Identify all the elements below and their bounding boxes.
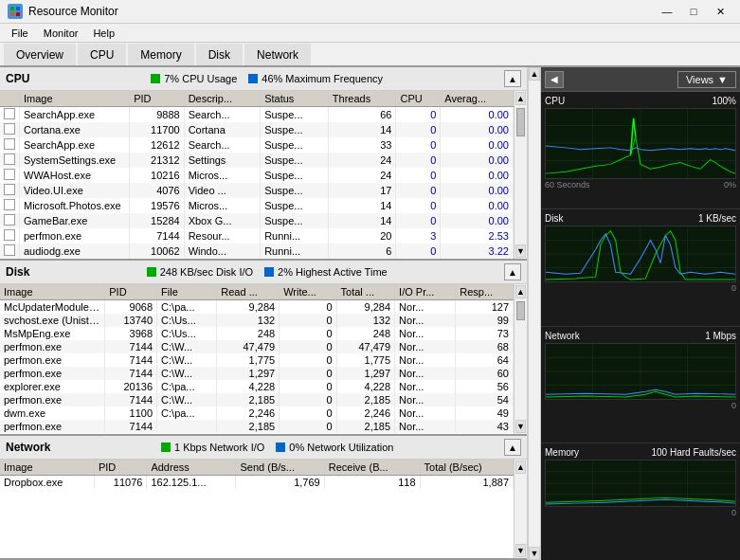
cpu-scrollbar[interactable]: ▲ ▼ [514,91,527,259]
row-pid: 12612 [130,137,184,153]
table-row[interactable]: SearchApp.exe 12612 Search... Suspe... 3… [0,137,514,153]
right-expand-button[interactable]: ◀ [545,71,564,88]
row-checkbox[interactable] [0,153,20,168]
row-checkbox[interactable] [0,183,20,198]
cpu-stat2: 46% Maximum Frequency [248,73,383,84]
menu-help[interactable]: Help [85,26,122,41]
table-row[interactable]: perfmon.exe 7144 C:\W... 1,297 0 1,297 N… [0,367,514,380]
disk-expand-button[interactable]: ▲ [504,263,521,280]
row-pid: 7144 [105,420,157,433]
tab-overview[interactable]: Overview [4,44,76,65]
cpu-col-threads[interactable]: Threads [328,91,396,107]
table-row[interactable]: audiodg.exe 10062 Windo... Runni... 6 0 … [0,244,514,259]
net-col-send[interactable]: Send (B/s... [236,460,324,476]
cpu-col-pid[interactable]: PID [130,91,184,107]
row-checkbox[interactable] [0,122,20,137]
row-checkbox[interactable] [0,198,20,213]
row-file: C:\pa... [157,406,217,420]
row-checkbox[interactable] [0,168,20,183]
row-write: 0 [280,340,336,353]
tab-memory[interactable]: Memory [128,44,193,65]
row-desc: Micros... [184,198,261,213]
menu-file[interactable]: File [4,26,36,41]
table-row[interactable]: Dropbox.exe 11076 162.125.1... 1,769 118… [0,476,514,490]
row-checkbox[interactable] [0,137,20,153]
row-resp: 49 [456,406,514,420]
table-row[interactable]: MsMpEng.exe 3968 C:\Us... 248 0 248 Nor.… [0,327,514,340]
net-col-total[interactable]: Total (B/sec) [420,460,513,476]
row-image: Video.UI.exe [20,183,130,198]
disk-col-pid[interactable]: PID [105,284,157,300]
disk-col-total[interactable]: Total ... [336,284,395,300]
maximize-button[interactable]: □ [681,2,706,21]
table-row[interactable]: explorer.exe 20136 C:\pa... 4,228 0 4,22… [0,380,514,393]
table-row[interactable]: GameBar.exe 15284 Xbox G... Suspe... 14 … [0,213,514,228]
cpu-col-check[interactable] [0,91,20,107]
table-row[interactable]: perfmon.exe 7144 Resour... Runni... 20 3… [0,228,514,244]
table-row[interactable]: perfmon.exe 7144 2,185 0 2,185 Nor... 43 [0,420,514,433]
row-threads: 24 [328,153,396,168]
row-checkbox[interactable] [0,244,20,259]
disk-col-file[interactable]: File [157,284,217,300]
cpu-col-desc[interactable]: Descrip... [184,91,261,107]
table-row[interactable]: WWAHost.exe 10216 Micros... Suspe... 24 … [0,168,514,183]
row-cpu: 0 [396,153,441,168]
network-expand-button[interactable]: ▲ [504,439,521,456]
disk-col-read[interactable]: Read ... [217,284,280,300]
table-row[interactable]: svchost.exe (UnistackSvcGroup) 13740 C:\… [0,314,514,327]
row-desc: Search... [184,107,261,123]
cpu-col-avg[interactable]: Averag... [441,91,514,107]
row-file: C:\pa... [157,380,217,393]
row-write: 0 [280,300,336,315]
disk-col-image[interactable]: Image [0,284,105,300]
table-row[interactable]: Microsoft.Photos.exe 19576 Micros... Sus… [0,198,514,213]
table-row[interactable]: Cortana.exe 11700 Cortana Suspe... 14 0 … [0,122,514,137]
table-row[interactable]: perfmon.exe 7144 C:\W... 1,775 0 1,775 N… [0,353,514,367]
tab-network[interactable]: Network [244,44,311,65]
disk-col-iopri[interactable]: I/O Pr... [395,284,456,300]
cpu-graph-section: CPU 100% [541,92,740,209]
table-row[interactable]: perfmon.exe 7144 C:\W... 2,185 0 2,185 N… [0,393,514,406]
disk-col-resp[interactable]: Resp... [456,284,514,300]
tab-cpu[interactable]: CPU [78,44,126,65]
cpu-col-cpu[interactable]: CPU [396,91,441,107]
row-threads: 17 [328,183,396,198]
main-scrollbar[interactable]: ▲ ▼ [528,67,541,560]
close-button[interactable]: ✕ [708,2,732,21]
app-title: Resource Monitor [28,5,118,18]
row-checkbox[interactable] [0,213,20,228]
views-button[interactable]: Views ▼ [677,71,736,88]
row-total: 2,185 [336,393,395,406]
net-col-address[interactable]: Address [147,460,236,476]
row-desc: Settings [184,153,261,168]
network-scrollbar[interactable]: ▲ ▼ [514,460,527,558]
table-row[interactable]: dwm.exe 1100 C:\pa... 2,246 0 2,246 Nor.… [0,406,514,420]
table-row[interactable]: perfmon.exe 7144 C:\W... 47,479 0 47,479… [0,340,514,353]
disk-col-write[interactable]: Write... [280,284,336,300]
cpu-col-image[interactable]: Image [20,91,130,107]
left-panel: CPU 7% CPU Usage 46% Maximum Frequency ▲ [0,67,528,560]
net-col-receive[interactable]: Receive (B... [324,460,420,476]
row-avg: 0.00 [441,213,514,228]
net-col-pid[interactable]: PID [94,460,147,476]
disk-scrollbar[interactable]: ▲ ▼ [514,284,527,434]
tab-disk[interactable]: Disk [196,44,243,65]
net-col-image[interactable]: Image [0,460,94,476]
row-pid: 10062 [130,244,184,259]
row-checkbox[interactable] [0,107,20,123]
row-checkbox[interactable] [0,228,20,244]
minimize-button[interactable]: — [655,2,679,21]
row-pid: 7144 [105,340,157,353]
cpu-expand-button[interactable]: ▲ [504,70,521,87]
cpu-col-status[interactable]: Status [261,91,329,107]
menu-monitor[interactable]: Monitor [36,26,86,41]
row-pid: 9888 [130,107,184,123]
row-iopri: Nor... [395,406,456,420]
table-row[interactable]: McUpdaterModule.exe 9068 C:\pa... 9,284 … [0,300,514,315]
table-row[interactable]: Video.UI.exe 4076 Video ... Suspe... 17 … [0,183,514,198]
disk-stat2-text: 2% Highest Active Time [278,266,388,278]
row-iopri: Nor... [395,353,456,367]
table-row[interactable]: SystemSettings.exe 21312 Settings Suspe.… [0,153,514,168]
row-read: 9,284 [217,300,280,315]
table-row[interactable]: SearchApp.exe 9888 Search... Suspe... 66… [0,107,514,123]
